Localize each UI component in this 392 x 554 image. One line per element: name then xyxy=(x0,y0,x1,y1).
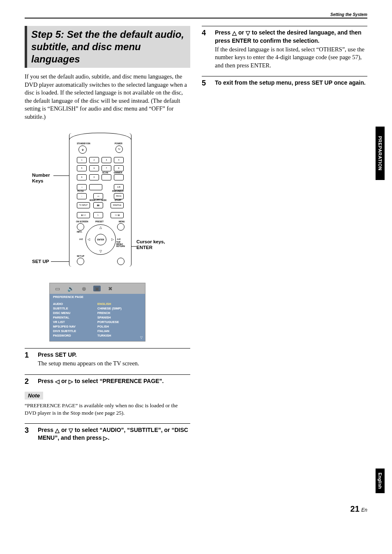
num-5: 5 xyxy=(77,165,87,171)
note-text: “PREFERENCE PAGE” is available only when… xyxy=(25,402,190,416)
remote-label-start: START xyxy=(115,199,121,201)
side-tab-language: English xyxy=(376,469,385,493)
side-tab-preparation: PREPARATION xyxy=(376,127,385,180)
callout-line xyxy=(51,261,71,262)
setup-button xyxy=(77,258,84,265)
remote-label-scan: SCAN xyxy=(102,171,108,174)
right-arrow-icon: ▷ xyxy=(69,378,73,385)
text: or xyxy=(60,378,69,384)
step-desc: The setup menu appears on the TV screen. xyxy=(38,360,190,368)
menu-item: ITALIAN xyxy=(97,329,142,333)
tv-icon: ▣ xyxy=(93,286,101,291)
remote-label-info: INFO. xyxy=(77,231,82,233)
remote-label-mode: MODE xyxy=(90,199,96,201)
down-arrow-icon: ▽ xyxy=(246,29,250,37)
side-tab-lang-text: English xyxy=(378,473,383,489)
shuffle-button: SHUFFLE xyxy=(111,202,124,208)
text: Press xyxy=(38,378,55,384)
header-rule xyxy=(25,18,367,18)
right-arrow-icon: ▷ xyxy=(103,434,108,442)
page-number-lang: En xyxy=(361,507,367,513)
power-button: TV xyxy=(115,145,123,153)
left-arrow-icon: ◁ xyxy=(88,238,90,241)
num-4: 4 xyxy=(114,157,124,163)
menu-item: DIVX SUBTITLE xyxy=(53,329,97,333)
menu-item: PORTUGUESE xyxy=(97,320,142,324)
remote-label-topmenu: TOP MENU/ RETURN xyxy=(116,241,127,247)
step-number: 5 xyxy=(202,79,209,88)
step-5: 5 To exit from the setup menu, press SET… xyxy=(202,76,367,88)
preference-page-menu: ▭ 🔊 ⊗ ▣ ✖ PREFERENCE PAGE AUDIO SUBTITLE… xyxy=(49,283,145,342)
left-arrow-icon: ◁ xyxy=(55,378,60,385)
minus-button: − xyxy=(77,193,87,199)
callout-cursor: Cursor keys, ENTER xyxy=(136,239,169,251)
num-2: 2 xyxy=(89,157,99,163)
step-number: 4 xyxy=(202,29,209,69)
remote-label-tvch: TV CH xyxy=(77,190,83,192)
step-2: 2 Press ◁ or ▷ to select “PREFERENCE PAG… xyxy=(25,374,190,386)
up-arrow-icon: △ xyxy=(55,427,60,434)
step-title: Press △ or ▽ to select the desired langu… xyxy=(215,29,367,45)
note-label: Note xyxy=(25,392,43,399)
step-title: Press ◁ or ▷ to select “PREFERENCE PAGE”… xyxy=(38,377,190,385)
callout-setup: SET UP xyxy=(32,259,49,265)
prev-button: ▮◁◁ xyxy=(77,212,90,218)
dolby-icon: ⊗ xyxy=(80,286,88,291)
remote-label-ae2: A-E xyxy=(117,238,121,240)
step-desc: If the desired language is not listed, s… xyxy=(215,46,367,70)
menu-title: PREFERENCE PAGE xyxy=(50,294,145,300)
dpad: ENTER △ ▽ ◁ ▷ xyxy=(85,224,116,255)
intro-paragraph: If you set the default audio, subtitle, … xyxy=(25,73,190,121)
step-title: To exit from the setup menu, press SET U… xyxy=(215,79,367,87)
remote-label-dimmer: DIMMER xyxy=(114,171,122,174)
remote-illustration: Number Keys SET UP Cursor keys, ENTER ST… xyxy=(25,133,190,273)
num-7: 7 xyxy=(101,165,111,171)
menu-item: PASSWORD xyxy=(53,333,97,338)
remote-label-prevnext: PREV/NEXT xyxy=(112,190,124,192)
text: Press xyxy=(215,29,232,36)
next-button: ▷▷▮ xyxy=(111,212,124,218)
down-arrow-icon: ▽ xyxy=(69,427,73,434)
num-9: 9 xyxy=(77,174,87,180)
step-1: 1 Press SET UP. The setup menu appears o… xyxy=(25,348,190,367)
standby-button: ⏻ xyxy=(78,145,87,154)
menu-item: VR LIST xyxy=(53,320,97,324)
remote-label-ptyseek: PTY SEEK xyxy=(97,199,107,201)
section-header: Setting the System xyxy=(25,12,367,18)
ab-button: A-B xyxy=(114,184,124,190)
menu-item: AUDIO xyxy=(53,302,97,306)
num-3: 3 xyxy=(101,157,111,163)
plus-button: ＋ xyxy=(77,184,87,190)
num-0: 0 xyxy=(89,174,99,180)
remote-label-setup: SET UP xyxy=(77,255,84,257)
text: . xyxy=(108,434,109,441)
onscreen-button xyxy=(77,223,84,231)
menu-item: SUBTITLE xyxy=(53,306,97,311)
callout-number-keys-text: Number Keys xyxy=(32,173,55,184)
num-8: 8 xyxy=(114,165,124,171)
step-number: 3 xyxy=(25,426,32,443)
repeat-button xyxy=(89,184,102,190)
menu-button xyxy=(117,223,125,231)
callout-cursor-text: Cursor keys, ENTER xyxy=(136,239,169,251)
num-6: 6 xyxy=(89,165,99,171)
right-arrow-icon: ▷ xyxy=(111,238,114,241)
remote-label-preset: PRESET xyxy=(95,220,104,223)
remote-label-menu: MENU xyxy=(119,220,125,223)
speaker-icon: 🔊 xyxy=(67,286,74,291)
side-tab-text: PREPARATION xyxy=(378,136,383,171)
step-title: Press △ or ▽ to select “AUDIO”, “SUBTITL… xyxy=(38,426,190,443)
section-title: Step 5: Set the the default audio, subti… xyxy=(25,26,190,68)
remote-label-standby: STANDBY/ON xyxy=(77,142,90,145)
menu-item: POLISH xyxy=(97,324,142,329)
tvinput-button: TV INPUT xyxy=(77,202,90,208)
folder-icon: ▭ xyxy=(54,286,61,291)
page-number: 21 En xyxy=(350,504,367,514)
remote-label-power: POWER xyxy=(115,142,122,145)
text: to select “PREFERENCE PAGE”. xyxy=(73,378,164,384)
up-arrow-icon: △ xyxy=(99,226,102,229)
text: or xyxy=(60,427,69,433)
enter-button: ENTER xyxy=(95,234,106,245)
menu-item: DISC MENU xyxy=(53,311,97,315)
menu-tab-icons: ▭ 🔊 ⊗ ▣ ✖ xyxy=(50,283,145,294)
